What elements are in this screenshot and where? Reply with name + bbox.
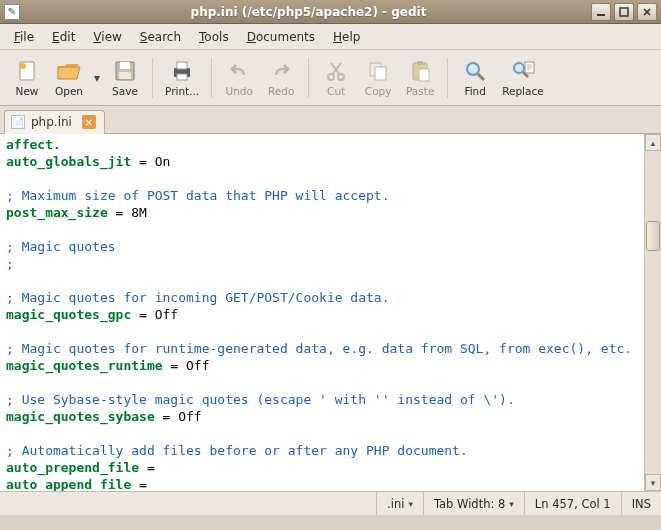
document-tabbar: 📄 php.ini × xyxy=(0,106,661,134)
svg-rect-0 xyxy=(597,14,605,16)
save-button-label: Save xyxy=(112,85,138,97)
paste-button-label: Paste xyxy=(406,85,434,97)
insert-mode-label: INS xyxy=(632,497,651,511)
menu-help[interactable]: Help xyxy=(325,27,368,47)
new-button-label: New xyxy=(16,85,39,97)
cut-button[interactable]: Cut xyxy=(315,52,357,104)
toolbar-separator xyxy=(447,58,448,98)
scrollbar-thumb[interactable] xyxy=(646,221,660,251)
editor-pane: affect. auto_globals_jit = On ; Maximum … xyxy=(0,134,661,491)
redo-button-label: Redo xyxy=(268,85,294,97)
toolbar-separator xyxy=(308,58,309,98)
undo-button-label: Undo xyxy=(225,85,252,97)
new-file-icon xyxy=(14,58,40,84)
insert-mode[interactable]: INS xyxy=(621,492,661,515)
open-button[interactable]: Open xyxy=(48,52,90,104)
cut-button-label: Cut xyxy=(327,85,345,97)
menubar: File Edit View Search Tools Documents He… xyxy=(0,24,661,50)
svg-rect-11 xyxy=(177,74,187,80)
svg-rect-8 xyxy=(119,72,131,79)
replace-button-label: Replace xyxy=(502,85,544,97)
find-button-label: Find xyxy=(464,85,486,97)
find-icon xyxy=(462,58,488,84)
cursor-position: Ln 457, Col 1 xyxy=(524,492,621,515)
paste-icon xyxy=(407,58,433,84)
svg-rect-15 xyxy=(375,67,386,80)
maximize-icon xyxy=(619,7,629,17)
redo-button[interactable]: Redo xyxy=(260,52,302,104)
menu-edit-label: dit xyxy=(60,30,76,44)
menu-edit[interactable]: Edit xyxy=(44,27,83,47)
open-folder-icon xyxy=(56,58,82,84)
scrollbar-track[interactable] xyxy=(645,151,661,474)
menu-help-label: elp xyxy=(342,30,360,44)
svg-rect-7 xyxy=(120,62,130,69)
replace-icon xyxy=(510,58,536,84)
menu-view-label: iew xyxy=(101,30,122,44)
replace-button[interactable]: Replace xyxy=(496,52,550,104)
menu-file-label: ile xyxy=(20,30,34,44)
svg-rect-17 xyxy=(417,61,423,65)
find-button[interactable]: Find xyxy=(454,52,496,104)
minimize-button[interactable] xyxy=(591,3,611,21)
save-icon xyxy=(112,58,138,84)
text-editor[interactable]: affect. auto_globals_jit = On ; Maximum … xyxy=(0,134,661,491)
vertical-scrollbar[interactable]: ▴ ▾ xyxy=(644,134,661,491)
chevron-down-icon: ▾ xyxy=(94,71,100,85)
statusbar: .ini ▾ Tab Width: 8 ▾ Ln 457, Col 1 INS xyxy=(0,491,661,515)
document-tab[interactable]: 📄 php.ini × xyxy=(4,110,105,134)
menu-documents[interactable]: Documents xyxy=(239,27,323,47)
copy-icon xyxy=(365,58,391,84)
window-title: php.ini (/etc/php5/apache2) - gedit xyxy=(26,5,591,19)
print-icon xyxy=(169,58,195,84)
svg-point-21 xyxy=(514,63,524,73)
svg-rect-18 xyxy=(419,69,429,81)
open-recent-dropdown[interactable]: ▾ xyxy=(90,52,104,104)
undo-button[interactable]: Undo xyxy=(218,52,260,104)
window-controls xyxy=(591,3,657,21)
tabwidth-selector[interactable]: Tab Width: 8 ▾ xyxy=(423,492,524,515)
menu-tools-label: ools xyxy=(204,30,228,44)
svg-line-20 xyxy=(478,74,484,80)
new-button[interactable]: New xyxy=(6,52,48,104)
copy-button[interactable]: Copy xyxy=(357,52,399,104)
menu-documents-label: ocuments xyxy=(256,30,315,44)
close-icon xyxy=(642,7,652,17)
undo-icon xyxy=(226,58,252,84)
menu-search[interactable]: Search xyxy=(132,27,189,47)
chevron-down-icon: ▾ xyxy=(408,499,413,509)
paste-button[interactable]: Paste xyxy=(399,52,441,104)
document-tab-label: php.ini xyxy=(31,115,72,129)
syntax-selector[interactable]: .ini ▾ xyxy=(376,492,423,515)
toolbar: New Open ▾ Save Print... Undo xyxy=(0,50,661,106)
print-button[interactable]: Print... xyxy=(159,52,205,104)
scroll-up-button[interactable]: ▴ xyxy=(645,134,661,151)
close-button[interactable] xyxy=(637,3,657,21)
tab-close-button[interactable]: × xyxy=(82,115,96,129)
minimize-icon xyxy=(596,7,606,17)
open-button-label: Open xyxy=(55,85,83,97)
svg-rect-1 xyxy=(620,8,628,16)
scroll-down-button[interactable]: ▾ xyxy=(645,474,661,491)
window-titlebar: ✎ php.ini (/etc/php5/apache2) - gedit xyxy=(0,0,661,24)
copy-button-label: Copy xyxy=(365,85,392,97)
print-button-label: Print... xyxy=(165,85,199,97)
file-icon: 📄 xyxy=(11,115,25,129)
svg-point-19 xyxy=(467,63,479,75)
menu-view[interactable]: View xyxy=(85,27,129,47)
save-button[interactable]: Save xyxy=(104,52,146,104)
tabwidth-label: Tab Width: 8 xyxy=(434,497,505,511)
chevron-down-icon: ▾ xyxy=(509,499,514,509)
menu-file[interactable]: File xyxy=(6,27,42,47)
maximize-button[interactable] xyxy=(614,3,634,21)
app-icon: ✎ xyxy=(4,4,20,20)
toolbar-separator xyxy=(152,58,153,98)
menu-search-label: earch xyxy=(147,30,181,44)
cursor-position-label: Ln 457, Col 1 xyxy=(535,497,611,511)
svg-rect-10 xyxy=(177,62,187,69)
toolbar-separator xyxy=(211,58,212,98)
menu-tools[interactable]: Tools xyxy=(191,27,237,47)
chevron-down-icon: ▾ xyxy=(651,478,656,488)
close-icon: × xyxy=(84,116,93,129)
redo-icon xyxy=(268,58,294,84)
